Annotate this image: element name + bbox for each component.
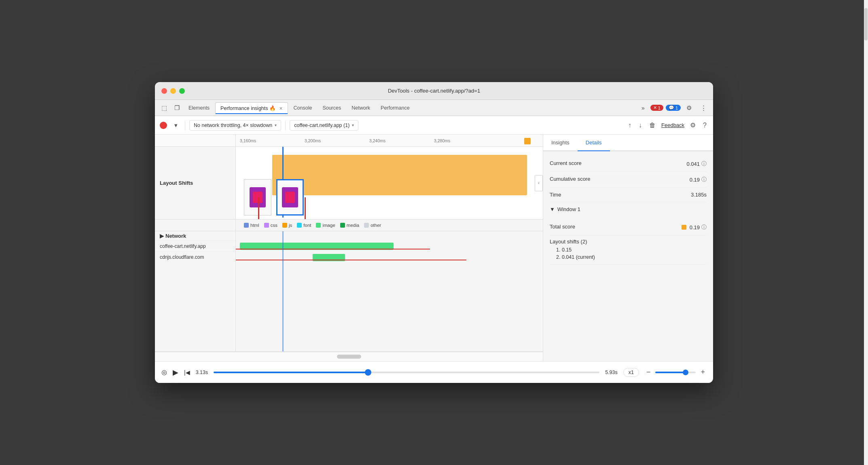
fullscreen-traffic-light[interactable]	[179, 88, 185, 94]
ruler-mark-1: 3,160ms	[240, 138, 256, 143]
more-options-icon-btn[interactable]: ⋮	[697, 103, 710, 113]
zoom-slider[interactable]	[655, 368, 696, 376]
cumulative-score-value: 0.19 ⓘ	[690, 176, 707, 183]
blue-cursor-net	[282, 231, 284, 351]
minimize-traffic-light[interactable]	[170, 88, 176, 94]
legend-image-dot	[316, 223, 321, 228]
network-host-2: cdnjs.cloudflare.com	[155, 252, 235, 262]
total-score-label: Total score	[550, 224, 682, 230]
toolbar-divider-2	[285, 120, 286, 130]
legend-other: other	[364, 223, 381, 228]
record-button[interactable]	[160, 122, 167, 129]
playback-track	[214, 372, 599, 373]
network-legend: html css js font	[236, 220, 384, 231]
current-score-row: Current score 0.041 ⓘ	[550, 156, 707, 172]
throttle-dropdown-arrow: ▾	[275, 123, 277, 127]
legend-js-dot	[282, 223, 287, 228]
tab-right-actions: » ✕ 1 💬 1 ⚙ ⋮	[638, 103, 710, 113]
ruler-mark-2: 3,200ms	[305, 138, 321, 143]
settings-toolbar-icon-btn[interactable]: ⚙	[688, 120, 697, 131]
current-score-value: 0.041 ⓘ	[686, 160, 707, 167]
settings-icon-btn[interactable]: ⚙	[683, 103, 695, 113]
throttle-dropdown[interactable]: No network throttling, 4× slowdown ▾	[189, 120, 281, 131]
tab-performance-insights[interactable]: Performance insights 🔥 ✕	[215, 102, 288, 114]
layout-shift-item-2: 2. 0.041 (current)	[550, 254, 707, 261]
zoom-minus-btn[interactable]: −	[645, 366, 652, 378]
red-vline-1	[258, 197, 259, 219]
zoom-track	[655, 372, 696, 373]
upload-icon-btn[interactable]: ↑	[627, 120, 633, 131]
layout-shifts-label: Layout Shifts	[155, 147, 236, 219]
url-dropdown-arrow: ▾	[352, 123, 354, 127]
scrollbar-thumb-h[interactable]	[337, 355, 361, 359]
url-dropdown[interactable]: coffee-cart.netlify.app (1) ▾	[290, 120, 358, 131]
tab-console[interactable]: Console	[289, 103, 317, 113]
titlebar: DevTools - coffee-cart.netlify.app/?ad=1	[155, 82, 713, 100]
current-score-help-icon[interactable]: ⓘ	[701, 160, 707, 167]
right-panel-content: Current score 0.041 ⓘ Cumulative score 0…	[543, 151, 713, 361]
error-badge[interactable]: ✕ 1	[650, 105, 663, 111]
legend-other-dot	[364, 223, 369, 228]
main-content: 3,160ms 3,200ms 3,240ms 3,280ms Layout S…	[155, 135, 713, 361]
thumbnail-2-selected[interactable]	[276, 179, 304, 216]
playback-slider[interactable]	[214, 368, 599, 376]
rewind-button[interactable]: |◀	[184, 369, 190, 376]
details-tab[interactable]: Details	[578, 135, 610, 151]
tab-network[interactable]: Network	[347, 103, 375, 113]
tab-elements[interactable]: Elements	[184, 103, 214, 113]
playback-bar: ◎ ▶ |◀ 3.13s 5.93s x1 − +	[155, 361, 713, 383]
trash-icon-btn[interactable]: 🗑	[648, 120, 657, 131]
total-score-help-icon[interactable]: ⓘ	[701, 224, 707, 231]
zoom-thumb[interactable]	[683, 370, 688, 375]
cursor-icon-btn[interactable]: ⬚	[158, 103, 170, 113]
time-value: 3.185s	[691, 192, 707, 198]
play-button[interactable]: ▶	[173, 368, 178, 377]
current-score-label: Current score	[550, 160, 686, 166]
tab-sources[interactable]: Sources	[318, 103, 346, 113]
network-section-label: ▶ Network	[155, 231, 235, 241]
collapse-panel-btn[interactable]: ‹	[535, 175, 543, 191]
right-panel-tabs: Insights Details	[543, 135, 713, 151]
cumulative-score-help-icon[interactable]: ⓘ	[701, 176, 707, 183]
tab-bar: ⬚ ❐ Elements Performance insights 🔥 ✕ Co…	[155, 100, 713, 116]
download-icon-btn[interactable]: ↓	[637, 120, 644, 131]
timeline-ruler: 3,160ms 3,200ms 3,240ms 3,280ms	[236, 135, 543, 146]
help-icon-btn[interactable]: ?	[701, 120, 708, 131]
insights-tab[interactable]: Insights	[543, 135, 578, 150]
feedback-button[interactable]: Feedback	[661, 122, 684, 128]
legend-html: html	[244, 223, 259, 228]
total-score-value: 0.19 ⓘ	[682, 224, 707, 231]
layout-shifts-values: 1. 0.15 2. 0.041 (current)	[550, 246, 707, 261]
time-row: Time 3.185s	[550, 188, 707, 202]
layout-shifts-detail-label: Layout shifts (2)	[550, 239, 707, 245]
toolbar-right: ↑ ↓ 🗑 Feedback ⚙ ?	[627, 120, 708, 131]
zoom-plus-btn[interactable]: +	[699, 366, 707, 378]
bottom-scroller[interactable]	[155, 352, 543, 361]
legend-html-dot	[244, 223, 249, 228]
playback-thumb[interactable]	[365, 369, 371, 376]
thumbnail-1[interactable]	[244, 179, 271, 216]
cumulative-score-row: Cumulative score 0.19 ⓘ	[550, 172, 707, 188]
layout-shift-item-1: 1. 0.15	[550, 246, 707, 254]
record-dropdown-arrow[interactable]: ▾	[171, 120, 181, 131]
time-label: Time	[550, 192, 691, 198]
toolbar-divider-1	[185, 120, 185, 130]
cumulative-score-label: Cumulative score	[550, 176, 690, 182]
tab-close-icon[interactable]: ✕	[279, 106, 283, 111]
ruler-mark-4: 3,280ms	[434, 138, 450, 143]
total-score-row: Total score 0.19 ⓘ	[550, 220, 707, 235]
eye-icon-btn[interactable]: ◎	[161, 368, 167, 376]
panel-icon-btn[interactable]: ❐	[171, 103, 183, 113]
orange-marker	[524, 138, 531, 144]
window-title: DevTools - coffee-cart.netlify.app/?ad=1	[388, 88, 480, 94]
toolbar: ▾ No network throttling, 4× slowdown ▾ c…	[155, 116, 713, 135]
playback-fill	[214, 372, 368, 373]
tab-overflow-btn[interactable]: »	[638, 103, 648, 113]
close-traffic-light[interactable]	[161, 88, 167, 94]
speed-button[interactable]: x1	[623, 368, 639, 377]
legend-media: media	[340, 223, 359, 228]
info-badge[interactable]: 💬 1	[666, 105, 681, 111]
tab-performance[interactable]: Performance	[376, 103, 415, 113]
legend-font-dot	[297, 223, 302, 228]
zoom-fill	[655, 372, 686, 373]
